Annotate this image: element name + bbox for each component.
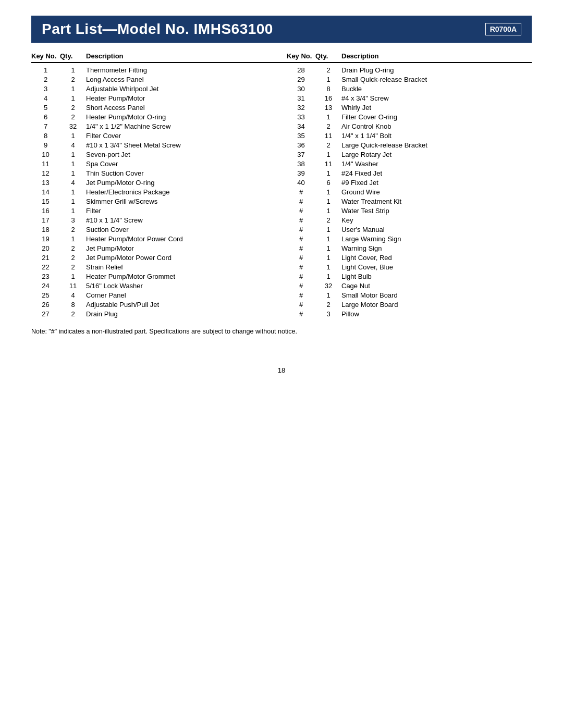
part-desc: #24 Fixed Jet bbox=[341, 169, 532, 177]
part-key: 25 bbox=[31, 291, 60, 299]
part-desc: Large Rotary Jet bbox=[341, 151, 532, 158]
part-desc: Adjustable Whirlpool Jet bbox=[86, 85, 276, 93]
table-row: 24 11 5/16" Lock Washer bbox=[31, 281, 276, 290]
part-key: 26 bbox=[31, 301, 60, 309]
part-qty: 1 bbox=[315, 254, 341, 262]
part-qty: 13 bbox=[315, 104, 341, 112]
part-desc: Small Motor Board bbox=[341, 291, 532, 299]
part-qty: 16 bbox=[315, 94, 341, 102]
part-qty: 2 bbox=[60, 113, 86, 121]
part-qty: 1 bbox=[60, 66, 86, 74]
part-key: 23 bbox=[31, 273, 60, 280]
column-headers: Key No. Qty. Description Key No. Qty. De… bbox=[31, 52, 532, 63]
part-qty: 32 bbox=[315, 282, 341, 290]
table-row: 38 11 1/4" Washer bbox=[287, 159, 532, 168]
part-key: 27 bbox=[31, 310, 60, 318]
table-row: # 1 Large Warning Sign bbox=[287, 234, 532, 243]
part-qty: 1 bbox=[315, 244, 341, 252]
parts-table: 1 1 Thermometer Fitting 2 2 Long Access … bbox=[31, 65, 532, 318]
table-row: # 1 Water Treatment Kit bbox=[287, 196, 532, 206]
part-key: # bbox=[287, 282, 315, 290]
part-desc: #4 x 3/4" Screw bbox=[341, 94, 532, 102]
part-qty: 11 bbox=[60, 282, 86, 290]
table-row: # 1 Small Motor Board bbox=[287, 290, 532, 300]
table-row: 4 1 Heater Pump/Motor bbox=[31, 93, 276, 103]
table-row: 17 3 #10 x 1 1/4" Screw bbox=[31, 215, 276, 225]
part-key: 3 bbox=[31, 85, 60, 93]
part-qty: 1 bbox=[315, 263, 341, 271]
part-desc: Large Motor Board bbox=[341, 301, 532, 309]
part-qty: 3 bbox=[60, 216, 86, 224]
part-desc: Whirly Jet bbox=[341, 104, 532, 112]
table-row: 26 8 Adjustable Push/Pull Jet bbox=[31, 300, 276, 309]
table-row: 5 2 Short Access Panel bbox=[31, 103, 276, 112]
col-header-qty-left: Qty. bbox=[60, 52, 86, 60]
table-row: 8 1 Filter Cover bbox=[31, 131, 276, 140]
part-desc: Key bbox=[341, 216, 532, 224]
part-key: 16 bbox=[31, 207, 60, 215]
part-key: 35 bbox=[287, 132, 315, 140]
header-bar: Part List—Model No. IMHS63100 R0700A bbox=[31, 16, 532, 43]
part-desc: Skimmer Grill w/Screws bbox=[86, 198, 276, 205]
part-desc: Strain Relief bbox=[86, 263, 276, 271]
part-desc: Seven-port Jet bbox=[86, 151, 276, 158]
right-column: 28 2 Drain Plug O-ring 29 1 Small Quick-… bbox=[276, 65, 532, 318]
table-row: 20 2 Jet Pump/Motor bbox=[31, 243, 276, 253]
part-qty: 1 bbox=[60, 132, 86, 140]
part-desc: Buckle bbox=[341, 85, 532, 93]
part-qty: 1 bbox=[315, 188, 341, 196]
part-key: # bbox=[287, 188, 315, 196]
part-qty: 6 bbox=[315, 179, 341, 187]
table-row: # 1 Water Test Strip bbox=[287, 206, 532, 215]
part-desc: Heater/Electronics Package bbox=[86, 188, 276, 196]
part-qty: 8 bbox=[60, 301, 86, 309]
part-key: 5 bbox=[31, 104, 60, 112]
part-qty: 1 bbox=[315, 273, 341, 280]
page-title: Part List—Model No. IMHS63100 bbox=[42, 21, 273, 38]
part-key: # bbox=[287, 216, 315, 224]
part-qty: 1 bbox=[315, 291, 341, 299]
part-key: # bbox=[287, 244, 315, 252]
part-qty: 32 bbox=[60, 122, 86, 130]
table-row: 12 1 Thin Suction Cover bbox=[31, 168, 276, 178]
part-key: 32 bbox=[287, 104, 315, 112]
part-key: 7 bbox=[31, 122, 60, 130]
table-row: # 2 Key bbox=[287, 215, 532, 225]
part-desc: 1/4" x 1 1/2" Machine Screw bbox=[86, 122, 276, 130]
part-key: 33 bbox=[287, 113, 315, 121]
part-key: # bbox=[287, 263, 315, 271]
part-desc: Filter bbox=[86, 207, 276, 215]
part-desc: Thermometer Fitting bbox=[86, 66, 276, 74]
table-row: # 1 Ground Wire bbox=[287, 187, 532, 196]
table-row: # 3 Pillow bbox=[287, 309, 532, 318]
table-row: # 32 Cage Nut bbox=[287, 281, 532, 290]
part-qty: 1 bbox=[60, 85, 86, 93]
part-desc: Light Cover, Blue bbox=[341, 263, 532, 271]
table-row: 27 2 Drain Plug bbox=[31, 309, 276, 318]
table-row: 22 2 Strain Relief bbox=[31, 262, 276, 272]
table-row: # 1 Light Bulb bbox=[287, 272, 532, 281]
part-qty: 1 bbox=[60, 94, 86, 102]
part-qty: 2 bbox=[60, 310, 86, 318]
part-desc: Corner Panel bbox=[86, 291, 276, 299]
table-row: 35 11 1/4" x 1 1/4" Bolt bbox=[287, 131, 532, 140]
part-qty: 1 bbox=[315, 169, 341, 177]
table-row: 29 1 Small Quick-release Bracket bbox=[287, 75, 532, 84]
col-header-key-left: Key No. bbox=[31, 52, 60, 60]
table-row: 3 1 Adjustable Whirlpool Jet bbox=[31, 84, 276, 93]
left-column: 1 1 Thermometer Fitting 2 2 Long Access … bbox=[31, 65, 276, 318]
part-key: 13 bbox=[31, 179, 60, 187]
part-key: 40 bbox=[287, 179, 315, 187]
part-qty: 1 bbox=[60, 188, 86, 196]
part-key: # bbox=[287, 226, 315, 233]
table-row: 2 2 Long Access Panel bbox=[31, 75, 276, 84]
table-row: 18 2 Suction Cover bbox=[31, 225, 276, 234]
table-row: 37 1 Large Rotary Jet bbox=[287, 150, 532, 159]
part-desc: Filter Cover bbox=[86, 132, 276, 140]
table-row: 10 1 Seven-port Jet bbox=[31, 150, 276, 159]
part-key: 39 bbox=[287, 169, 315, 177]
part-qty: 2 bbox=[60, 244, 86, 252]
part-qty: 2 bbox=[315, 141, 341, 149]
part-key: 28 bbox=[287, 66, 315, 74]
part-desc: Short Access Panel bbox=[86, 104, 276, 112]
